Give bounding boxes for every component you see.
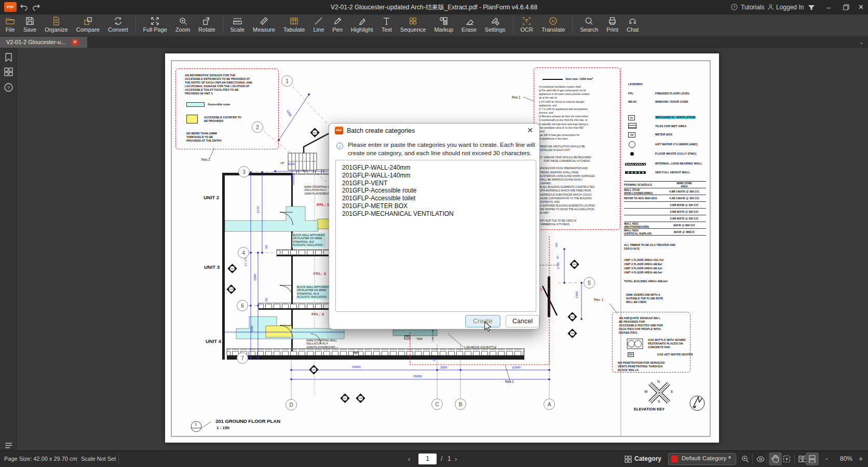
gh-desc: GAS HOT WATER HEATER: [657, 353, 693, 356]
floor-areas: UNIT 1 FLOOR AREA=101.7m² UNIT 2 FLOOR A…: [624, 258, 664, 274]
dimension-label: 4229: [288, 162, 294, 166]
toolbar-text-button[interactable]: Text: [377, 15, 396, 36]
drawing-label: Rev.1: [505, 380, 514, 383]
category-value: Default Category: [682, 455, 726, 461]
no-penetration-note: NO PENETRATION FOR SERVICES/ VENTS PENET…: [618, 361, 665, 372]
tab-list-chevron-icon[interactable]: ⌄: [859, 39, 864, 46]
toolbar-compare-button[interactable]: Compare: [72, 15, 104, 36]
toolbar-chat-button[interactable]: Chat: [622, 15, 643, 36]
toolbar-scale-button[interactable]: Scale: [226, 15, 249, 36]
ffl-label: FFL: 3: [317, 202, 329, 207]
accessible-counter-swatch: [186, 115, 198, 123]
menu-icon[interactable]: [4, 441, 13, 450]
dimension-label: 2650: [440, 366, 447, 369]
page-number-input[interactable]: 1: [418, 454, 437, 464]
select-frame-icon[interactable]: [783, 455, 791, 463]
batch-create-categories-dialog: PDF Batch create categories ✕ i Please e…: [329, 123, 540, 329]
toolbar-ocr-button[interactable]: OCR: [517, 15, 537, 36]
dialog-close-icon[interactable]: ✕: [527, 126, 533, 134]
undo-icon[interactable]: [20, 3, 28, 11]
schedule-row: WALL NOG (VERTICAL SHIPLAP)90X45 @ 480C/…: [624, 229, 706, 236]
legend-fwg-icon: [630, 152, 634, 156]
toolbar-sequence-button[interactable]: Sequence: [396, 15, 430, 36]
thumbnails-icon[interactable]: [4, 67, 13, 76]
scale-status[interactable]: Scale Not Set: [81, 456, 116, 462]
drawing-label: 1.0M ABOVE GAS BOTTLE: [464, 346, 496, 349]
categories-textarea[interactable]: 201GFLP-WALL-240mm201GFLP-WALL-140mm201G…: [335, 160, 536, 312]
dialog-pdf-icon: PDF: [335, 127, 343, 134]
legend-desc: METER BOX: [655, 133, 672, 136]
prev-page-icon[interactable]: ‹: [408, 455, 410, 463]
toolbar-translate-button[interactable]: AITranslate: [537, 15, 569, 36]
toolbar-convert-button[interactable]: Convert: [104, 15, 132, 36]
category-dropdown[interactable]: Default Category ▼: [668, 453, 736, 465]
continuous-view-button[interactable]: [806, 452, 819, 465]
drawing-label: Rev.1: [201, 158, 210, 161]
legend-desc: HOT WATER CYLINDER (HWC): [655, 143, 698, 146]
legend-mv-icon: MV: [628, 115, 635, 120]
toolbar-tabulate-button[interactable]: Tabulate: [279, 15, 309, 36]
pan-tool-button[interactable]: [769, 452, 782, 465]
category-line: 201GFLP-METER BOX: [342, 202, 530, 210]
legend-tiles-icon: [628, 123, 636, 129]
toolbar-highlight-button[interactable]: Highlight: [347, 15, 377, 36]
zoom-out-button[interactable]: -: [825, 454, 828, 463]
minimize-button[interactable]: –: [826, 0, 831, 15]
ffl-label: FFL: 3: [314, 271, 326, 276]
visibility-icon[interactable]: [756, 456, 765, 462]
user-icon[interactable]: [767, 4, 774, 10]
dimension-label: 29290: [413, 375, 422, 378]
dimension-label: 1230: [290, 174, 293, 181]
legend-key: FFL: [628, 92, 633, 95]
app-logo-icon: PDF: [4, 2, 17, 12]
accessible-counter-label: ACCESSIBLE COUNTER TO BE PROVIDED: [204, 116, 241, 123]
toolbar-zoom-button[interactable]: Zoom: [171, 15, 194, 36]
toolbar-fullpage-button[interactable]: Full Page: [139, 15, 171, 36]
schedule-row: REFER TO NZS 3604:20114.2M 140X45 @ 300 …: [624, 195, 706, 202]
schedule-row: 3.9M 90X90 @ 300 C/C: [624, 202, 706, 209]
create-button[interactable]: Create: [465, 315, 500, 327]
zoom-in-button[interactable]: +: [859, 455, 863, 463]
zoom-level: 80%: [840, 455, 852, 462]
drawing-label: W: [644, 390, 648, 393]
north-arrow-icon: [690, 396, 704, 410]
toolbar-organize-button[interactable]: Organize: [40, 15, 72, 36]
close-button[interactable]: ✕: [858, 0, 864, 15]
toolbar-pen-button[interactable]: Pen: [328, 15, 347, 36]
filter-icon[interactable]: [808, 5, 815, 10]
help-icon[interactable]: ?: [4, 83, 13, 92]
toolbar-file-button[interactable]: File: [1, 15, 19, 36]
toolbar-save-button[interactable]: Save: [19, 15, 40, 36]
zoom-area-icon[interactable]: [741, 455, 749, 463]
tutorials-link[interactable]: Tutorials: [741, 0, 765, 15]
drawing-label: SINK OVERFLOW WITH A SUITABLE TAP FLOW R…: [626, 293, 663, 304]
tutorials-icon[interactable]: ?: [731, 4, 738, 10]
dimension-label: 2600: [575, 291, 578, 298]
window-title: V2-01-2 Gloucester-updated Arch-结果版_Extr…: [208, 0, 660, 15]
toolbar-erase-button[interactable]: Erase: [457, 15, 481, 36]
schedule-row: 3.6M 90X70 @ 300 C/C: [624, 209, 706, 215]
drawing-label: Rev. 1: [594, 298, 603, 301]
toolbar-line-button[interactable]: Line: [309, 15, 328, 36]
drawing-label: S: [658, 400, 660, 403]
toolbar-print-button[interactable]: Print: [602, 15, 622, 36]
toolbar-measure-button[interactable]: Measure: [249, 15, 279, 36]
vent-note-box: Vent size: 1200 mm² A mechanical ventila…: [534, 67, 620, 230]
legend-desc: TILES FOR WET AREA: [655, 125, 686, 128]
svg-text:AI: AI: [551, 19, 555, 23]
toolbar-markup-button[interactable]: Markup: [430, 15, 457, 36]
redo-icon[interactable]: [32, 3, 40, 11]
toolbar-settings-button[interactable]: Settings: [481, 15, 510, 36]
titlebar: PDF V2-01-2 Gloucester-updated Arch-结果版_…: [0, 0, 868, 15]
toolbar-search-button[interactable]: Search: [576, 15, 602, 36]
cancel-button[interactable]: Cancel: [506, 315, 539, 327]
bookmark-icon[interactable]: [4, 53, 13, 62]
next-page-icon[interactable]: ›: [455, 455, 457, 463]
drawing-label: BLOCK WALL WITH PAINT OR PLASTER ON 45MM…: [292, 233, 326, 248]
logged-in-link[interactable]: Logged In: [776, 0, 804, 15]
tab-close-icon[interactable]: ✕: [72, 39, 78, 46]
toolbar-rotate-button[interactable]: Rotate: [194, 15, 219, 36]
category-grid-icon: [625, 456, 632, 463]
continuous-view-icon: [808, 455, 816, 463]
maximize-button[interactable]: [843, 4, 849, 10]
